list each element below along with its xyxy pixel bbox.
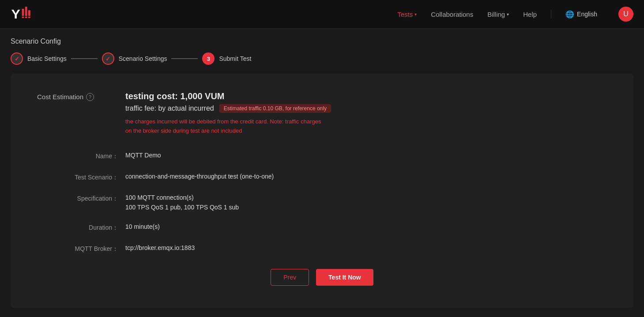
svg-rect-3	[28, 10, 30, 16]
cost-note: the charges incurred will be debited fro…	[125, 117, 331, 136]
scenario-label: Test Scenario：	[37, 173, 125, 182]
billing-chevron-icon: ▾	[507, 12, 509, 17]
traffic-fee-row: traffic fee: by actual incurred Estimate…	[125, 104, 331, 113]
nav-help[interactable]: Help	[523, 11, 537, 18]
prev-button[interactable]: Prev	[271, 269, 309, 286]
stepper: ✓ Basic Settings ✓ Scenario Settings 3 S…	[0, 52, 644, 74]
nav-divider	[551, 10, 551, 19]
button-row: Prev Test It Now	[37, 269, 607, 286]
language-label: English	[577, 11, 597, 18]
scenario-value-text: connection-and-message-throughput test (…	[125, 173, 274, 180]
broker-value-text: tcp://broker.emqx.io:1883	[125, 244, 195, 251]
duration-value-text: 10 minute(s)	[125, 223, 160, 230]
testing-cost-value: testing cost: 1,000 VUM	[125, 91, 331, 101]
step1-circle: ✓	[11, 52, 23, 65]
step2-circle: ✓	[102, 52, 114, 65]
step2-icon: ✓	[105, 56, 110, 62]
broker-value: tcp://broker.emqx.io:1883	[125, 244, 195, 253]
step-submit-test: 3 Submit Test	[202, 52, 251, 65]
nav-collaborations[interactable]: Collaborations	[431, 11, 473, 18]
cost-values: testing cost: 1,000 VUM traffic fee: by …	[125, 91, 331, 136]
test-now-button[interactable]: Test It Now	[316, 269, 373, 286]
step-scenario-settings: ✓ Scenario Settings	[102, 52, 167, 65]
cost-estimation-text: Cost Estimation	[37, 93, 83, 101]
page-title: Scenario Config	[11, 37, 61, 45]
svg-rect-5	[25, 17, 27, 18]
nav-billing[interactable]: Billing ▾	[487, 11, 509, 18]
svg-rect-1	[22, 9, 24, 16]
step-line-2	[171, 58, 198, 59]
content-card: Cost Estimation ? testing cost: 1,000 VU…	[11, 74, 633, 308]
traffic-badge: Estimated traffic 0.10 GB, for reference…	[219, 104, 331, 113]
tests-chevron-icon: ▾	[414, 12, 417, 17]
nav-links: Tests ▾ Collaborations Billing ▾ Help 🌐 …	[397, 7, 633, 22]
broker-label: MQTT Broker：	[37, 244, 125, 253]
scenario-row: Test Scenario： connection-and-message-th…	[37, 173, 607, 182]
spec-line2: 100 TPS QoS 1 pub, 100 TPS QoS 1 sub	[125, 204, 239, 211]
language-selector[interactable]: 🌐 English	[565, 10, 597, 19]
duration-value: 10 minute(s)	[125, 223, 160, 232]
navbar: Y Tests ▾ Collaborations Billing ▾ Help	[0, 0, 644, 29]
specification-row: Specification： 100 MQTT connection(s) 10…	[37, 194, 607, 211]
spec-label: Specification：	[37, 194, 125, 211]
name-value: MQTT Demo	[125, 152, 161, 160]
step-basic-settings: ✓ Basic Settings	[11, 52, 67, 65]
page-header: Scenario Config	[0, 29, 644, 52]
svg-text:Y: Y	[11, 6, 20, 21]
traffic-fee-label: traffic fee: by actual incurred	[125, 104, 214, 112]
cost-note-line1: the charges incurred will be debited fro…	[125, 117, 331, 127]
step2-label: Scenario Settings	[119, 55, 167, 62]
user-avatar[interactable]: U	[618, 7, 633, 22]
cost-estimation-section: Cost Estimation ? testing cost: 1,000 VU…	[37, 91, 607, 136]
step1-icon: ✓	[15, 56, 19, 62]
cost-question-icon[interactable]: ?	[86, 93, 94, 101]
duration-row: Duration： 10 minute(s)	[37, 223, 607, 232]
name-label: Name：	[37, 152, 125, 160]
step3-circle: 3	[202, 52, 215, 65]
step3-label: Submit Test	[219, 55, 251, 62]
user-initial: U	[623, 10, 629, 18]
duration-label: Duration：	[37, 223, 125, 232]
globe-icon: 🌐	[565, 10, 574, 19]
broker-row: MQTT Broker： tcp://broker.emqx.io:1883	[37, 244, 607, 253]
spec-line1: 100 MQTT connection(s)	[125, 194, 239, 201]
step-line-1	[71, 58, 98, 59]
scenario-value: connection-and-message-throughput test (…	[125, 173, 274, 182]
cost-estimation-label: Cost Estimation ?	[37, 91, 108, 136]
logo[interactable]: Y	[11, 5, 32, 23]
spec-value: 100 MQTT connection(s) 100 TPS QoS 1 pub…	[125, 194, 239, 211]
name-value-text: MQTT Demo	[125, 152, 161, 159]
nav-tests[interactable]: Tests ▾	[397, 11, 417, 18]
step1-label: Basic Settings	[27, 55, 67, 62]
name-row: Name： MQTT Demo	[37, 152, 607, 160]
svg-rect-2	[25, 7, 27, 16]
cost-note-line2: on the broker side during test are not i…	[125, 127, 331, 136]
svg-rect-4	[22, 17, 24, 18]
step3-number: 3	[207, 56, 210, 62]
svg-rect-6	[28, 17, 30, 18]
